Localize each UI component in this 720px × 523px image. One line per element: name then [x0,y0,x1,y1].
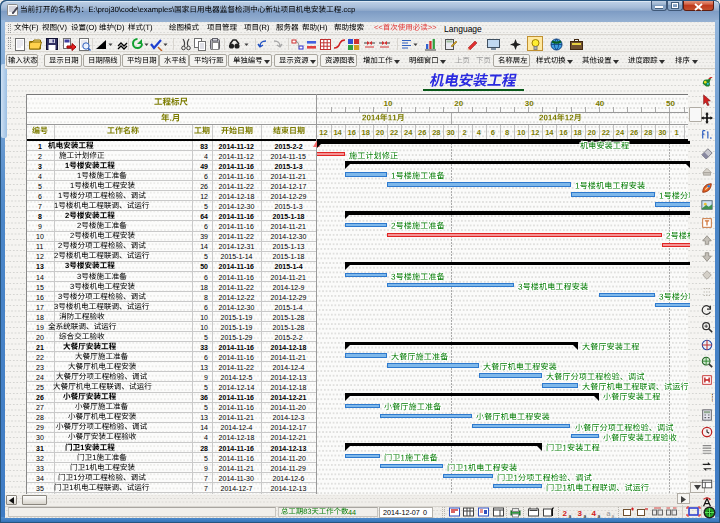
svg-text:a: a [569,512,572,518]
svg-text:a: a [607,509,611,516]
svg-text:100%: 100% [711,393,713,403]
svg-text:4: 4 [592,508,597,517]
svg-text:3: 3 [577,508,582,517]
svg-text:2: 2 [563,508,568,517]
svg-text:a: a [583,512,586,518]
svg-text:a: a [612,512,615,518]
svg-text:a: a [598,512,601,518]
